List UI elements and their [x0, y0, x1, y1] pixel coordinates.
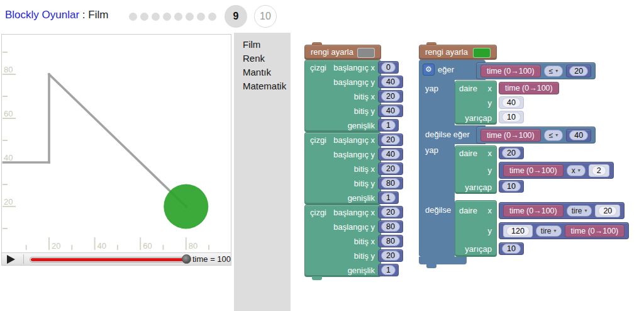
number-field[interactable]: 40	[381, 106, 400, 116]
number-block[interactable]: 80	[378, 235, 403, 247]
circle-block[interactable]: dairex y yarıçap	[455, 81, 497, 125]
operator-dropdown[interactable]: ≤▾	[544, 65, 564, 77]
line-block[interactable]: çizgibaşlangıç x20 başlangıç y40 bitiş x…	[304, 132, 381, 205]
level-dot[interactable]	[174, 13, 182, 21]
compare-block[interactable]: time (0→100) ≤▾ 20	[476, 62, 596, 79]
set-colour-block[interactable]: rengi ayarla	[419, 45, 497, 60]
arithmetic-block[interactable]: time (0→100) tire▾ 20	[499, 202, 625, 219]
number-block[interactable]: 1	[378, 119, 399, 132]
circle-label: daire	[459, 206, 477, 215]
set-colour-block[interactable]: rengi ayarla	[304, 45, 381, 60]
number-block[interactable]: 40	[378, 148, 403, 161]
colour-swatch-grey[interactable]	[357, 48, 375, 58]
number-field[interactable]: 0	[381, 62, 396, 72]
operator-dropdown[interactable]: tire▾	[536, 225, 562, 237]
number-field[interactable]: 80	[381, 222, 400, 232]
gear-icon[interactable]: ⚙	[423, 64, 435, 76]
number-field[interactable]: 10	[502, 112, 521, 122]
circle-block[interactable]: dairex y yarıçap	[455, 145, 497, 194]
line-block[interactable]: çizgibaşlangıç x0 başlangıç y40 bitiş x2…	[304, 60, 381, 132]
number-block[interactable]: 20	[378, 133, 403, 146]
number-block[interactable]: 1	[378, 191, 399, 204]
level-dot[interactable]	[129, 13, 137, 21]
time-block[interactable]: time (0→100)	[480, 129, 541, 142]
number-block[interactable]: 0	[378, 61, 399, 74]
toolbox-category-matematik[interactable]: Matematik	[234, 79, 291, 93]
toolbox-category-mantik[interactable]: Mantık	[234, 65, 291, 79]
shadow-number-block[interactable]: 40	[499, 96, 524, 109]
number-field[interactable]: 2	[592, 166, 606, 176]
number-field[interactable]: 10	[502, 181, 521, 191]
number-field[interactable]: 40	[381, 149, 400, 159]
level-dot[interactable]	[208, 13, 216, 21]
number-field[interactable]: 20	[381, 135, 400, 145]
shadow-number-block[interactable]: 10	[499, 111, 524, 123]
number-block[interactable]: 40	[378, 76, 403, 88]
number-block[interactable]: 1	[378, 264, 399, 276]
number-field[interactable]: 120	[506, 226, 530, 236]
level-dot[interactable]	[197, 13, 205, 21]
time-slider[interactable]	[30, 257, 191, 263]
number-field[interactable]: 40	[569, 130, 588, 140]
toolbox-category-film[interactable]: Film	[234, 38, 291, 52]
operator-dropdown[interactable]: x▾	[567, 165, 586, 176]
operator-dropdown[interactable]: tire▾	[567, 205, 592, 217]
time-block[interactable]: time (0→100)	[565, 225, 625, 237]
number-field[interactable]: 20	[381, 164, 400, 174]
number-block[interactable]: 10	[499, 180, 524, 193]
play-button[interactable]	[7, 255, 15, 264]
shadow-number-block[interactable]: 20	[595, 205, 620, 217]
number-field[interactable]: 20	[381, 207, 400, 217]
shadow-number-block[interactable]: 2	[589, 164, 609, 177]
number-block[interactable]: 10	[499, 242, 524, 255]
player-separator	[23, 254, 24, 264]
number-field[interactable]: 80	[381, 178, 400, 188]
number-block[interactable]: 20	[378, 90, 403, 103]
number-block[interactable]: 20	[378, 162, 403, 175]
time-block[interactable]: time (0→100)	[503, 164, 564, 177]
number-block[interactable]: 20	[566, 65, 591, 77]
compare-block[interactable]: time (0→100) ≤▾ 40	[476, 127, 596, 144]
number-field[interactable]: 80	[381, 236, 400, 246]
number-field[interactable]: 1	[381, 193, 396, 203]
number-field[interactable]: 20	[598, 206, 617, 216]
number-field[interactable]: 10	[502, 244, 521, 254]
number-block[interactable]: 20	[378, 206, 403, 218]
number-block[interactable]: 80	[378, 177, 403, 189]
number-field[interactable]: 20	[381, 91, 400, 101]
time-slider-handle[interactable]	[182, 254, 191, 264]
number-block[interactable]: 40	[378, 105, 403, 117]
shadow-number-block[interactable]: 120	[503, 225, 533, 237]
svg-text:80: 80	[4, 65, 13, 74]
colour-swatch-green[interactable]	[473, 48, 491, 58]
do-label: yap	[425, 145, 438, 155]
arithmetic-block[interactable]: 120 tire▾ time (0→100)	[499, 222, 629, 239]
number-field[interactable]: 20	[569, 66, 588, 76]
number-field[interactable]: 1	[381, 265, 396, 275]
level-dot[interactable]	[163, 13, 171, 21]
home-link[interactable]: Blockly Oyunlar	[5, 9, 79, 21]
number-block[interactable]: 20	[499, 147, 524, 159]
number-block[interactable]: 40	[566, 129, 591, 142]
number-field[interactable]: 20	[502, 148, 521, 158]
operator-dropdown[interactable]: ≤▾	[544, 130, 564, 141]
time-block[interactable]: time (0→100)	[503, 205, 564, 217]
number-field[interactable]: 20	[381, 251, 400, 261]
arithmetic-block[interactable]: time (0→100) x▾ 2	[499, 162, 614, 179]
toolbox-category-renk[interactable]: Renk	[234, 52, 291, 65]
circle-block[interactable]: dairex y yarıçap	[455, 200, 497, 257]
level-next[interactable]: 10	[254, 5, 277, 28]
line-block[interactable]: çizgibaşlangıç x20 başlangıç y80 bitiş x…	[304, 205, 381, 277]
level-dot[interactable]	[152, 13, 160, 21]
number-field[interactable]: 40	[381, 77, 400, 87]
level-current[interactable]: 9	[225, 5, 247, 28]
number-block[interactable]: 20	[378, 249, 403, 262]
level-dot[interactable]	[186, 13, 194, 21]
time-block[interactable]: time (0→100)	[480, 65, 541, 77]
number-block[interactable]: 80	[378, 220, 403, 233]
number-field[interactable]: 1	[381, 120, 396, 130]
level-dot[interactable]	[140, 13, 148, 21]
number-field[interactable]: 40	[502, 98, 521, 108]
time-block[interactable]: time (0→100)	[499, 82, 559, 94]
if-block-bottom[interactable]	[419, 257, 467, 264]
